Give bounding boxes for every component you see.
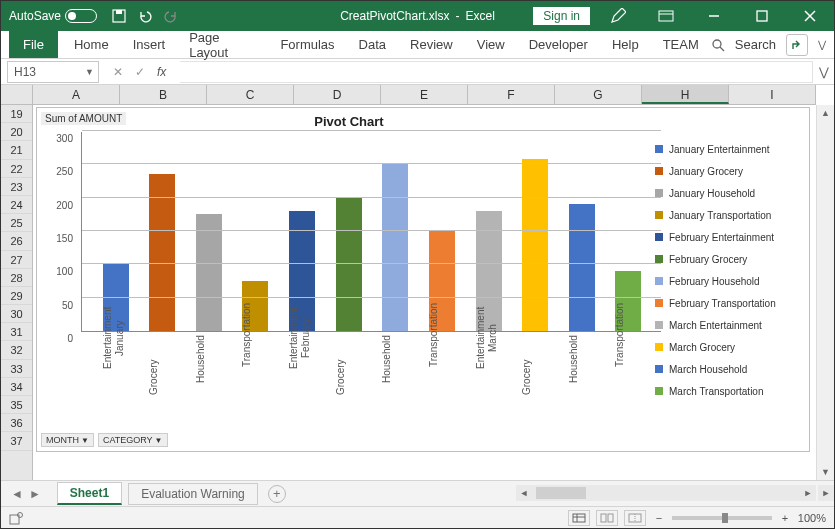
bar[interactable] bbox=[196, 214, 222, 331]
legend-item[interactable]: January Transportation bbox=[655, 204, 801, 226]
search-icon[interactable] bbox=[711, 38, 725, 52]
zoom-slider[interactable] bbox=[672, 516, 772, 520]
page-layout-view-button[interactable] bbox=[596, 510, 618, 526]
name-box[interactable]: H13 ▼ bbox=[7, 61, 99, 83]
macro-record-icon[interactable] bbox=[9, 511, 23, 525]
minimize-button[interactable] bbox=[694, 1, 734, 31]
signin-button[interactable]: Sign in bbox=[533, 7, 590, 25]
chart-legend[interactable]: January EntertainmentJanuary GroceryJanu… bbox=[655, 138, 801, 402]
search-label[interactable]: Search bbox=[735, 37, 776, 52]
chart-title[interactable]: Pivot Chart bbox=[37, 114, 661, 129]
maximize-button[interactable] bbox=[742, 1, 782, 31]
share-button[interactable] bbox=[786, 34, 808, 56]
row-header-25[interactable]: 25 bbox=[1, 214, 32, 232]
save-icon[interactable] bbox=[111, 8, 127, 24]
tab-nav-next-icon[interactable]: ► bbox=[29, 487, 41, 501]
column-header-A[interactable]: A bbox=[33, 85, 120, 104]
row-header-21[interactable]: 21 bbox=[1, 141, 32, 159]
tab-formulas[interactable]: Formulas bbox=[268, 31, 346, 58]
redo-icon[interactable] bbox=[163, 8, 179, 24]
row-header-28[interactable]: 28 bbox=[1, 269, 32, 287]
legend-item[interactable]: February Entertainment bbox=[655, 226, 801, 248]
row-header-32[interactable]: 32 bbox=[1, 341, 32, 359]
legend-item[interactable]: January Household bbox=[655, 182, 801, 204]
legend-item[interactable]: February Grocery bbox=[655, 248, 801, 270]
row-header-26[interactable]: 26 bbox=[1, 232, 32, 250]
column-header-I[interactable]: I bbox=[729, 85, 816, 104]
ribbon-mode-icon[interactable] bbox=[646, 1, 686, 31]
normal-view-button[interactable] bbox=[568, 510, 590, 526]
tab-insert[interactable]: Insert bbox=[121, 31, 178, 58]
row-header-24[interactable]: 24 bbox=[1, 196, 32, 214]
legend-item[interactable]: March Grocery bbox=[655, 336, 801, 358]
bar[interactable] bbox=[149, 174, 175, 331]
legend-item[interactable]: March Entertainment bbox=[655, 314, 801, 336]
scroll-thumb[interactable] bbox=[536, 487, 586, 499]
enter-icon[interactable]: ✓ bbox=[135, 65, 145, 79]
legend-item[interactable]: March Household bbox=[655, 358, 801, 380]
formula-expand-icon[interactable]: ⋁ bbox=[812, 61, 834, 83]
row-header-37[interactable]: 37 bbox=[1, 432, 32, 450]
row-header-34[interactable]: 34 bbox=[1, 378, 32, 396]
pivot-month-filter[interactable]: MONTH▼ bbox=[41, 433, 94, 447]
column-header-C[interactable]: C bbox=[207, 85, 294, 104]
bar[interactable] bbox=[522, 159, 548, 331]
tab-file[interactable]: File bbox=[9, 31, 58, 58]
pen-icon[interactable] bbox=[598, 1, 638, 31]
autosave-toggle[interactable] bbox=[65, 9, 97, 23]
ribbon-collapse-icon[interactable]: ⋁ bbox=[818, 39, 826, 50]
scroll-right-icon[interactable]: ► bbox=[800, 488, 816, 498]
tab-home[interactable]: Home bbox=[62, 31, 121, 58]
column-header-E[interactable]: E bbox=[381, 85, 468, 104]
column-header-G[interactable]: G bbox=[555, 85, 642, 104]
cancel-icon[interactable]: ✕ bbox=[113, 65, 123, 79]
row-header-30[interactable]: 30 bbox=[1, 305, 32, 323]
bar[interactable] bbox=[569, 204, 595, 331]
bar[interactable] bbox=[382, 164, 408, 331]
scroll-left-icon[interactable]: ◄ bbox=[516, 488, 532, 498]
close-button[interactable] bbox=[790, 1, 830, 31]
row-header-20[interactable]: 20 bbox=[1, 123, 32, 141]
column-header-D[interactable]: D bbox=[294, 85, 381, 104]
page-break-view-button[interactable] bbox=[624, 510, 646, 526]
legend-item[interactable]: March Transportation bbox=[655, 380, 801, 402]
tab-review[interactable]: Review bbox=[398, 31, 465, 58]
column-header-F[interactable]: F bbox=[468, 85, 555, 104]
row-header-33[interactable]: 33 bbox=[1, 360, 32, 378]
row-header-31[interactable]: 31 bbox=[1, 323, 32, 341]
formula-input[interactable] bbox=[180, 61, 812, 83]
scroll-up-icon[interactable]: ▲ bbox=[817, 105, 834, 121]
tab-help[interactable]: Help bbox=[600, 31, 651, 58]
zoom-value[interactable]: 100% bbox=[798, 512, 826, 524]
sheet-tab-evaluation[interactable]: Evaluation Warning bbox=[128, 483, 258, 505]
chevron-down-icon[interactable]: ▼ bbox=[85, 67, 94, 77]
tab-developer[interactable]: Developer bbox=[517, 31, 600, 58]
autosave-control[interactable]: AutoSave bbox=[1, 9, 105, 23]
pivot-chart-object[interactable]: Sum of AMOUNT Pivot Chart 05010015020025… bbox=[36, 107, 810, 452]
grid-canvas[interactable]: Sum of AMOUNT Pivot Chart 05010015020025… bbox=[33, 105, 816, 480]
tab-nav-prev-icon[interactable]: ◄ bbox=[11, 487, 23, 501]
sheet-tab-sheet1[interactable]: Sheet1 bbox=[57, 482, 122, 505]
pivot-category-filter[interactable]: CATEGORY▼ bbox=[98, 433, 168, 447]
row-header-36[interactable]: 36 bbox=[1, 414, 32, 432]
column-header-B[interactable]: B bbox=[120, 85, 207, 104]
zoom-out-button[interactable]: − bbox=[652, 512, 666, 524]
select-all-corner[interactable] bbox=[1, 85, 33, 105]
row-header-22[interactable]: 22 bbox=[1, 160, 32, 178]
scroll-down-icon[interactable]: ▼ bbox=[817, 464, 834, 480]
horizontal-scrollbar[interactable]: ◄ ► bbox=[516, 485, 816, 501]
scroll-split-icon[interactable]: ► bbox=[818, 485, 834, 501]
legend-item[interactable]: February Household bbox=[655, 270, 801, 292]
new-sheet-button[interactable]: + bbox=[268, 485, 286, 503]
vertical-scrollbar[interactable]: ▲ ▼ bbox=[816, 105, 834, 480]
column-header-H[interactable]: H bbox=[642, 85, 729, 104]
fx-icon[interactable]: fx bbox=[157, 65, 166, 79]
tab-data[interactable]: Data bbox=[347, 31, 398, 58]
tab-view[interactable]: View bbox=[465, 31, 517, 58]
tab-page-layout[interactable]: Page Layout bbox=[177, 31, 268, 58]
row-header-29[interactable]: 29 bbox=[1, 287, 32, 305]
legend-item[interactable]: January Grocery bbox=[655, 160, 801, 182]
row-header-27[interactable]: 27 bbox=[1, 251, 32, 269]
row-header-23[interactable]: 23 bbox=[1, 178, 32, 196]
row-header-19[interactable]: 19 bbox=[1, 105, 32, 123]
